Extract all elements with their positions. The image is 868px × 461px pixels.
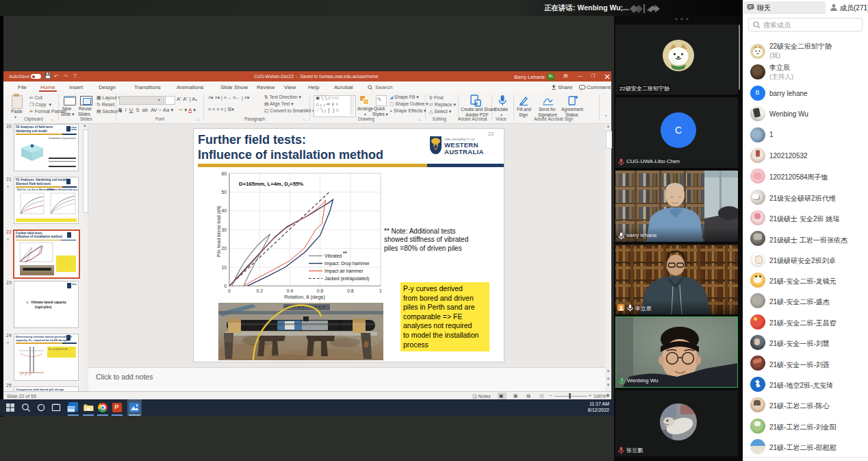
svg-text:60: 60 xyxy=(221,171,227,176)
svg-text:0.4: 0.4 xyxy=(287,288,294,293)
svg-text:D=165mm, L=4m, Dr=55%: D=165mm, L=4m, Dr=55% xyxy=(239,181,303,188)
svg-text:Pile head lateral load (kN): Pile head lateral load (kN) xyxy=(216,205,222,257)
svg-text:0: 0 xyxy=(224,284,227,288)
svg-text:Vibrated: Vibrated xyxy=(324,253,342,258)
svg-text:0.8: 0.8 xyxy=(347,288,354,293)
svg-text:0.2: 0.2 xyxy=(256,288,263,293)
svg-text:Impact: Drop hammer: Impact: Drop hammer xyxy=(324,261,370,266)
svg-text:1: 1 xyxy=(379,288,382,293)
svg-text:Jacked (extrapolated): Jacked (extrapolated) xyxy=(324,276,369,282)
svg-text:Rotation, θ (degs): Rotation, θ (degs) xyxy=(284,294,325,300)
svg-text:Impact air hammer: Impact air hammer xyxy=(324,269,363,274)
svg-text:10: 10 xyxy=(221,265,227,270)
svg-text:50: 50 xyxy=(221,190,227,195)
svg-text:20: 20 xyxy=(221,246,227,251)
svg-text:0.6: 0.6 xyxy=(317,288,324,293)
svg-text:**: ** xyxy=(343,250,347,256)
svg-text:40: 40 xyxy=(221,208,227,213)
svg-text:30: 30 xyxy=(221,227,227,232)
svg-text:0: 0 xyxy=(228,288,231,293)
